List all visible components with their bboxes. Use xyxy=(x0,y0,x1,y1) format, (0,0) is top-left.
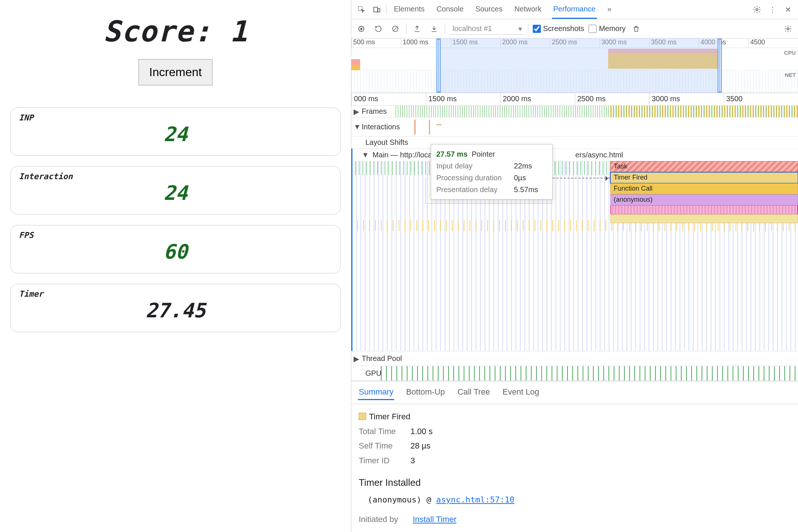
timer-card: Timer 27.45 xyxy=(10,284,341,332)
summary-total-time: 1.00 s xyxy=(410,427,433,436)
interaction-label: Interaction xyxy=(19,172,73,181)
flame-bar-anonymous[interactable]: (anonymous) xyxy=(610,194,798,205)
flame-bar-task[interactable]: Task xyxy=(610,161,798,172)
chevron-down-icon[interactable]: ▼ xyxy=(354,123,361,131)
reload-icon[interactable] xyxy=(372,23,385,35)
chevron-right-icon[interactable]: ▶ xyxy=(354,354,359,363)
download-icon[interactable] xyxy=(428,23,440,35)
memory-input[interactable] xyxy=(589,25,597,33)
close-icon[interactable]: ✕ xyxy=(782,3,794,16)
tab-elements[interactable]: Elements xyxy=(392,0,426,19)
upload-icon[interactable] xyxy=(411,23,423,35)
screenshots-input[interactable] xyxy=(533,25,541,33)
details-tabs: Summary Bottom-Up Call Tree Event Log xyxy=(351,381,798,404)
summary-panel: Timer Fired Total Time1.00 s Self Time28… xyxy=(351,404,798,532)
score-value: 1 xyxy=(230,15,248,48)
chevron-down-icon[interactable]: ▼ xyxy=(362,151,369,159)
settings-icon[interactable] xyxy=(751,3,763,16)
layout-shifts-track[interactable]: Layout Shifts xyxy=(351,137,798,149)
devtools-toolbar: Elements Console Sources Network Perform… xyxy=(351,0,798,19)
kebab-icon[interactable]: ⋮ xyxy=(766,3,779,16)
interactions-label: Interactions xyxy=(362,123,400,131)
devtools-pane: Elements Console Sources Network Perform… xyxy=(351,0,798,532)
tab-performance[interactable]: Performance xyxy=(552,0,597,19)
fps-value: 60 xyxy=(19,240,332,263)
tab-network[interactable]: Network xyxy=(513,0,543,19)
main-label-suffix: ers/async.html xyxy=(575,151,623,159)
source-link[interactable]: async.html:57:10 xyxy=(436,495,514,504)
flame-bar-timer-fired[interactable]: Timer Fired xyxy=(610,172,798,183)
net-label: NET xyxy=(785,72,796,78)
recording-dropdown[interactable]: localhost #1 xyxy=(450,23,524,35)
timer-label: Timer xyxy=(19,289,43,299)
metric-cards: INP 24 Interaction 24 FPS 60 Timer 27.45 xyxy=(10,108,341,332)
initiator-arrow xyxy=(553,178,610,178)
svg-point-7 xyxy=(787,28,789,30)
tab-call-tree[interactable]: Call Tree xyxy=(457,385,491,400)
capture-settings-icon[interactable] xyxy=(782,23,794,35)
timer-value: 27.45 xyxy=(19,299,332,322)
score-label: Score: xyxy=(103,15,212,48)
screenshots-checkbox[interactable]: Screenshots xyxy=(533,24,584,33)
inspect-icon[interactable] xyxy=(355,3,368,16)
tab-event-log[interactable]: Event Log xyxy=(502,385,540,400)
tab-console[interactable]: Console xyxy=(435,0,465,19)
thread-pool-label: Thread Pool xyxy=(362,354,402,363)
overview-timeline[interactable]: 500 ms 1000 ms 1500 ms 2000 ms 2500 ms 3… xyxy=(351,38,798,93)
svg-point-3 xyxy=(756,8,758,11)
initiator-link[interactable]: Install Timer xyxy=(413,515,457,524)
devtools-tabs: Elements Console Sources Network Perform… xyxy=(392,0,613,19)
interaction-value: 24 xyxy=(19,181,332,205)
inp-card: INP 24 xyxy=(10,108,341,156)
tooltip-name: Pointer xyxy=(472,150,495,158)
memory-checkbox[interactable]: Memory xyxy=(589,24,625,33)
main-track[interactable]: ▼ Main — http://localho ers/async.html T… xyxy=(351,149,798,351)
gpu-track[interactable]: GPU xyxy=(351,366,798,381)
device-toggle-icon[interactable] xyxy=(371,3,383,16)
flame-bar-misc[interactable] xyxy=(610,214,798,223)
record-icon[interactable] xyxy=(355,23,368,35)
increment-button[interactable]: Increment xyxy=(139,59,212,85)
summary-timer-id: 3 xyxy=(410,456,415,465)
timer-installed-heading: Timer Installed xyxy=(359,474,791,491)
svg-rect-2 xyxy=(378,8,380,12)
flame-bar-function-call[interactable]: Function Call xyxy=(610,183,798,194)
summary-title: Timer Fired xyxy=(369,412,410,421)
tab-more[interactable]: » xyxy=(606,0,613,19)
fps-card: FPS 60 xyxy=(10,225,341,273)
summary-swatch xyxy=(359,413,366,420)
flame-ruler: 000 ms 1500 ms 2000 ms 2500 ms 3000 ms 3… xyxy=(351,93,798,106)
thread-pool-track[interactable]: ▶ Thread Pool xyxy=(351,351,798,366)
svg-point-5 xyxy=(360,28,362,30)
installed-fn: (anonymous) xyxy=(368,495,422,504)
overview-handle-right[interactable] xyxy=(717,38,722,93)
fps-label: FPS xyxy=(19,231,34,240)
app-pane: Score: 1 Increment INP 24 Interaction 24… xyxy=(0,0,351,532)
score-display: Score: 1 xyxy=(103,15,248,48)
flamechart[interactable]: 000 ms 1500 ms 2000 ms 2500 ms 3000 ms 3… xyxy=(351,93,798,381)
tab-bottom-up[interactable]: Bottom-Up xyxy=(405,385,446,400)
svg-rect-1 xyxy=(374,7,378,12)
interactions-track[interactable]: ▼ Interactions xyxy=(351,117,798,137)
interaction-card: Interaction 24 xyxy=(10,166,341,215)
interaction-tooltip: 27.57 ms Pointer Input delay22ms Process… xyxy=(431,144,553,200)
frames-track[interactable]: ▶ Frames xyxy=(351,106,798,117)
performance-toolbar: localhost #1 Screenshots Memory xyxy=(351,19,798,38)
inp-label: INP xyxy=(19,113,34,122)
gpu-label: GPU xyxy=(365,369,381,378)
cpu-label: CPU xyxy=(784,50,796,56)
chevron-right-icon[interactable]: ▶ xyxy=(354,107,359,116)
tab-summary[interactable]: Summary xyxy=(358,385,394,400)
overview-handle-left[interactable] xyxy=(436,38,441,93)
tab-sources[interactable]: Sources xyxy=(474,0,504,19)
gc-icon[interactable] xyxy=(630,23,642,35)
inp-value: 24 xyxy=(19,123,332,146)
frames-label: Frames xyxy=(362,107,387,116)
flame-bar-microtasks[interactable] xyxy=(610,205,798,214)
clear-icon[interactable] xyxy=(389,23,402,35)
tooltip-duration: 27.57 ms xyxy=(436,150,468,158)
layout-shifts-label: Layout Shifts xyxy=(365,138,408,147)
summary-self-time: 28 µs xyxy=(410,441,430,450)
